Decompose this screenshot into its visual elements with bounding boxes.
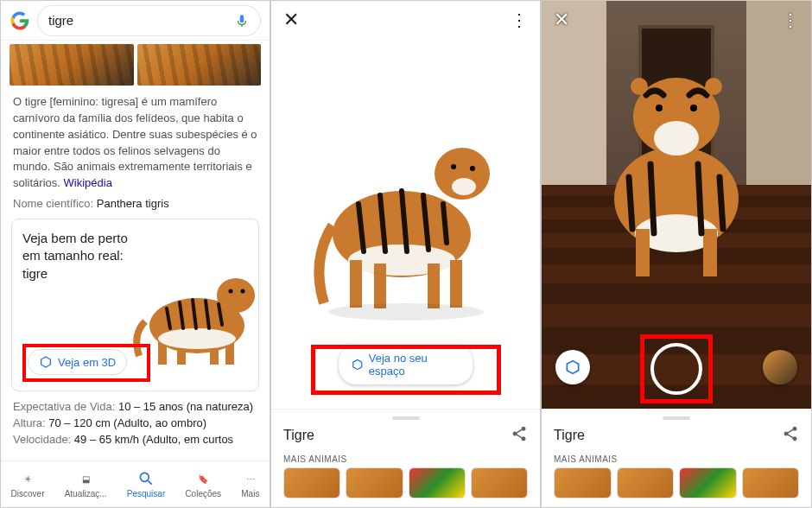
svg-rect-20	[374, 264, 386, 308]
nav-updates[interactable]: ⬓ Atualizaç...	[65, 470, 107, 498]
nav-label: Coleções	[185, 489, 221, 498]
fact-row: Expectativa de Vida: 10 – 15 anos (na na…	[1, 398, 270, 415]
related-chip[interactable]	[471, 467, 528, 498]
nav-label: Mais	[241, 489, 259, 498]
related-chip[interactable]	[679, 467, 737, 498]
search-bar	[1, 1, 270, 41]
tiger-3d-model	[298, 105, 514, 329]
related-chip[interactable]	[617, 467, 675, 498]
toggle-3d-button[interactable]	[555, 350, 590, 384]
ar-camera-view[interactable]: ✕ ⋮	[542, 1, 811, 410]
shutter-button[interactable]	[650, 343, 702, 395]
nav-discover[interactable]: ✳ Discover	[11, 470, 45, 498]
scientific-name-value: Panthera tigris	[97, 197, 169, 210]
svg-line-27	[443, 204, 447, 243]
related-chip[interactable]	[554, 467, 612, 498]
microphone-icon[interactable]	[234, 13, 250, 29]
scientific-name-row: Nome científico: Panthera tigris	[1, 197, 270, 215]
search-icon	[137, 470, 155, 487]
nav-collections[interactable]: 🔖 Coleções	[185, 470, 221, 498]
drag-handle[interactable]	[392, 416, 420, 420]
fact-row: Velocidade: 49 – 65 km/h (Adulto, em cur…	[1, 431, 270, 448]
related-chip[interactable]	[283, 467, 340, 498]
fact-label: Altura:	[13, 416, 46, 429]
more-animals-label: MAIS ANIMAIS	[283, 454, 528, 464]
related-chips	[283, 467, 528, 498]
wikipedia-link[interactable]: Wikipédia	[64, 176, 112, 189]
bottom-sheet[interactable]: Tigre MAIS ANIMAIS	[271, 409, 540, 507]
nav-label: Discover	[11, 489, 45, 498]
svg-line-15	[148, 481, 151, 485]
cube-3d-icon	[564, 359, 581, 376]
more-icon: ⋯	[242, 470, 259, 487]
more-animals-label: MAIS ANIMAIS	[554, 454, 799, 464]
svg-point-35	[654, 121, 699, 156]
svg-point-30	[452, 178, 476, 195]
fact-row: Altura: 70 – 120 cm (Adulto, ao ombro)	[1, 415, 270, 431]
fact-label: Velocidade:	[13, 433, 71, 446]
related-chips	[554, 467, 799, 498]
svg-rect-19	[350, 260, 362, 308]
overflow-menu-icon[interactable]: ⋮	[511, 10, 528, 30]
bookmark-icon: 🔖	[194, 470, 212, 487]
share-icon[interactable]	[511, 425, 528, 446]
description-text: O tigre [feminino: tigresa] é um mamífer…	[1, 86, 270, 197]
thumbnail-image[interactable]	[10, 44, 134, 86]
sheet-title: Tigre	[554, 428, 585, 443]
drag-handle[interactable]	[663, 416, 690, 420]
svg-point-43	[690, 105, 697, 111]
panel-search-results: O tigre [feminino: tigresa] é um mamífer…	[0, 0, 270, 508]
svg-rect-36	[636, 229, 650, 276]
svg-line-39	[650, 164, 654, 233]
svg-point-28	[451, 164, 456, 169]
svg-line-38	[629, 177, 632, 229]
search-input-wrap[interactable]	[37, 5, 261, 36]
nav-search[interactable]: Pesquisar	[127, 470, 165, 498]
svg-line-41	[720, 177, 723, 229]
tiger-ar-model	[577, 56, 776, 289]
nav-label: Pesquisar	[127, 489, 165, 498]
svg-point-29	[470, 166, 475, 171]
fact-value: 70 – 120 cm (Adulto, ao ombro)	[48, 416, 206, 429]
svg-point-44	[631, 78, 648, 95]
svg-point-6	[158, 328, 236, 349]
sheet-title: Tigre	[283, 428, 314, 443]
description-body: O tigre [feminino: tigresa] é um mamífer…	[13, 95, 257, 189]
fact-value: 10 – 15 anos (na natureza)	[118, 400, 253, 413]
search-input[interactable]	[48, 13, 234, 28]
svg-point-31	[328, 303, 484, 321]
overflow-menu-icon[interactable]: ⋮	[782, 10, 799, 30]
model-viewer-area[interactable]: Veja no seu espaço	[271, 39, 540, 410]
close-icon[interactable]: ✕	[283, 9, 299, 31]
view-in-your-space-label: Veja no seu espaço	[369, 352, 460, 378]
share-icon[interactable]	[782, 425, 799, 446]
bottom-nav: ✳ Discover ⬓ Atualizaç... Pesquisar 🔖 Co…	[1, 460, 270, 507]
view-3d-card: Veja bem de perto em tamanho real: tigre…	[11, 219, 259, 391]
svg-rect-22	[450, 260, 462, 308]
related-chip[interactable]	[742, 467, 800, 498]
svg-line-40	[698, 164, 701, 233]
svg-point-14	[140, 473, 149, 481]
cube-3d-icon	[39, 355, 53, 369]
tiger-illustration	[115, 261, 262, 373]
inbox-icon: ⬓	[77, 470, 94, 487]
view-in-3d-button[interactable]: Veja em 3D	[28, 349, 127, 375]
scientific-name-label: Nome científico:	[13, 197, 93, 210]
google-logo-icon	[10, 10, 30, 31]
close-icon[interactable]: ✕	[554, 9, 569, 31]
related-chip[interactable]	[346, 467, 403, 498]
cube-3d-icon	[351, 358, 364, 371]
fact-label: Expectativa de Vida:	[13, 400, 115, 413]
sparkle-icon: ✳	[19, 470, 36, 487]
related-chip[interactable]	[409, 467, 466, 498]
view-in-3d-label: Veja em 3D	[58, 356, 116, 369]
svg-point-13	[241, 289, 245, 294]
thumbnail-image[interactable]	[137, 44, 262, 86]
view-in-your-space-button[interactable]: Veja no seu espaço	[339, 345, 473, 384]
nav-label: Atualizaç...	[65, 489, 107, 498]
svg-point-1	[217, 278, 255, 313]
last-capture-thumbnail[interactable]	[763, 350, 797, 384]
bottom-sheet[interactable]: Tigre MAIS ANIMAIS	[542, 409, 811, 507]
svg-point-45	[705, 78, 722, 95]
nav-more[interactable]: ⋯ Mais	[241, 470, 259, 498]
